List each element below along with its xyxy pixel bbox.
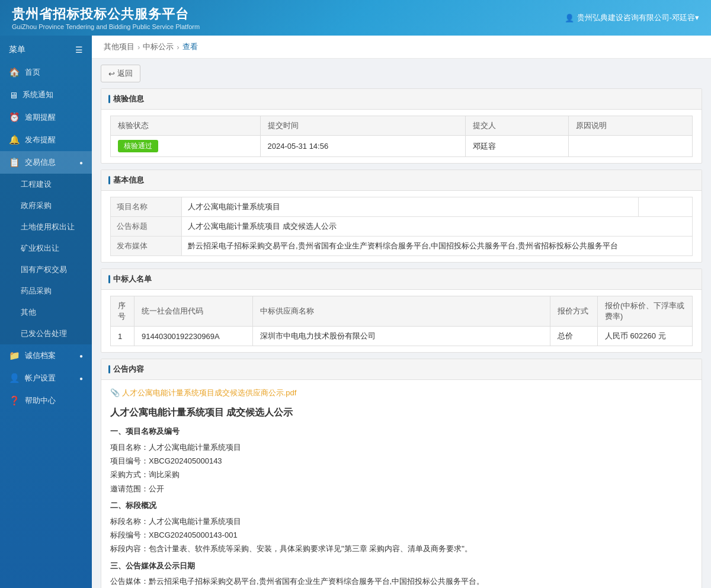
table-row: 核验通过 2024-05-31 14:56 邓廷容 <box>111 136 693 157</box>
verify-col-reason: 原因说明 <box>568 116 692 136</box>
bid-winner-body: 序号 统一社会信用代码 中标供应商名称 报价方式 报价(中标价、下浮率或费率) … <box>101 290 702 352</box>
question-icon: ❓ <box>9 395 20 406</box>
sidebar-sub-item-land-use[interactable]: 土地使用权出让 <box>0 216 92 238</box>
main-content: 其他项目 › 中标公示 › 查看 ↩ 返回 核验信息 <box>92 36 711 588</box>
announce-line: 项目名称：人才公寓电能计量系统项目 <box>110 440 693 454</box>
bid-winner-title: 中标人名单 <box>113 274 152 285</box>
sidebar-sub-item-state-property[interactable]: 国有产权交易 <box>0 259 92 280</box>
announce-body-1: 项目名称：人才公寓电能计量系统项目 项目编号：XBCG202405000143 … <box>110 440 693 496</box>
sidebar-item-publish-remind[interactable]: 🔔 发布提醒 <box>0 129 92 151</box>
bid-winner-section-header: 中标人名单 <box>101 269 702 290</box>
field-label-project-name: 项目名称 <box>111 197 182 217</box>
verify-reason-cell <box>568 136 692 157</box>
bid-price-type-cell: 总价 <box>550 327 598 346</box>
verify-col-submit-time: 提交时间 <box>260 116 466 136</box>
sidebar-sub-item-medicine[interactable]: 药品采购 <box>0 280 92 302</box>
bid-col-credit-code: 统一社会信用代码 <box>134 296 253 327</box>
user-icon: 👤 <box>565 14 574 23</box>
sidebar-sub-item-other[interactable]: 其他 <box>0 302 92 323</box>
verify-col-submitter: 提交人 <box>466 116 569 136</box>
bid-col-no: 序号 <box>111 296 134 327</box>
field-label-publish-media: 发布媒体 <box>111 237 182 256</box>
sidebar-item-label: 诚信档案 <box>25 350 56 361</box>
user-name: 贵州弘典建设咨询有限公司-邓廷容▾ <box>577 12 699 23</box>
bid-winner-table: 序号 统一社会信用代码 中标供应商名称 报价方式 报价(中标价、下浮率或费率) … <box>110 296 693 346</box>
expand-icon: ● <box>79 353 83 359</box>
bell-icon: 🔔 <box>9 135 20 145</box>
breadcrumb-sep-2: › <box>177 43 179 52</box>
sidebar-item-credit-file[interactable]: 📁 诚信档案 ● <box>0 344 92 367</box>
sidebar-sub-item-govt-purchase[interactable]: 政府采购 <box>0 195 92 216</box>
bid-col-price: 报价(中标价、下浮率或费率) <box>598 296 693 327</box>
verify-section-title: 核验信息 <box>113 94 144 104</box>
clipboard-icon: 📋 <box>9 157 20 168</box>
back-button[interactable]: ↩ 返回 <box>101 65 140 82</box>
announcement-content-title: 人才公寓电能计量系统项目 成交候选人公示 <box>110 404 693 421</box>
field-value-project-name: 人才公寓电能计量系统项目 <box>182 197 639 217</box>
announce-heading-2: 二、标段概况 <box>110 498 693 512</box>
verify-section-body: 核验状态 提交时间 提交人 原因说明 核验通过 2024 <box>101 110 702 163</box>
verify-section-header: 核验信息 <box>101 89 702 110</box>
verify-section: 核验信息 核验状态 提交时间 提交人 原因说明 <box>101 88 702 164</box>
sidebar-item-label: 帐户设置 <box>25 373 56 384</box>
sidebar-item-home[interactable]: 🏠 首页 <box>0 61 92 84</box>
header-branding: 贵州省招标投标公共服务平台 GuiZhou Province Tendering… <box>12 5 200 30</box>
announcement-section: 公告内容 📎 人才公寓电能计量系统项目成交候选供应商公示.pdf 人才公寓电能计… <box>101 359 702 588</box>
verify-submitter-cell: 邓廷容 <box>466 136 569 157</box>
header-user[interactable]: 👤 贵州弘典建设咨询有限公司-邓廷容▾ <box>565 12 699 23</box>
person-icon: 👤 <box>9 373 20 384</box>
bid-credit-code-cell: 91440300192230969A <box>134 327 253 346</box>
sidebar-item-label: 系统通知 <box>23 90 53 100</box>
announce-line: 标段名称：人才公寓电能计量系统项目 <box>110 514 693 528</box>
expand-icon: ● <box>79 159 83 166</box>
announcement-content: 📎 人才公寓电能计量系统项目成交候选供应商公示.pdf 人才公寓电能计量系统项目… <box>101 380 702 588</box>
back-arrow-icon: ↩ <box>108 69 115 78</box>
pdf-link[interactable]: 📎 人才公寓电能计量系统项目成交候选供应商公示.pdf <box>110 386 693 400</box>
sidebar-sub-item-engineering[interactable]: 工程建设 <box>0 174 92 195</box>
status-badge: 核验通过 <box>118 140 158 152</box>
header-subtitle: GuiZhou Province Tendering and Bidding P… <box>12 23 200 30</box>
sidebar-item-account-settings[interactable]: 👤 帐户设置 ● <box>0 367 92 389</box>
announcement-title: 公告内容 <box>113 364 144 375</box>
expand-icon: ● <box>79 375 83 382</box>
sidebar-item-label: 帮助中心 <box>25 395 56 406</box>
sidebar-menu-header: 菜单 ☰ <box>0 39 92 61</box>
sidebar-item-label: 逾期提醒 <box>25 112 56 123</box>
sidebar-item-overdue-remind[interactable]: ⏰ 逾期提醒 <box>0 106 92 129</box>
menu-label: 菜单 <box>9 44 25 55</box>
table-row: 1 91440300192230969A 深圳市中电电力技术股份有限公司 总价 … <box>111 327 693 346</box>
table-row: 发布媒体 黔云招采电子招标采购交易平台,贵州省国有企业生产资料综合服务平台,中国… <box>111 237 693 256</box>
verify-col-status: 核验状态 <box>111 116 261 136</box>
clock-icon: ⏰ <box>9 112 20 123</box>
bid-winner-section: 中标人名单 序号 统一社会信用代码 中标供应商名称 报价方式 报价(中标价、下浮… <box>101 269 702 353</box>
field-value-publish-media: 黔云招采电子招标采购交易平台,贵州省国有企业生产资料综合服务平台,中国招投标公共… <box>182 237 693 256</box>
table-row: 项目名称 人才公寓电能计量系统项目 <box>111 197 693 217</box>
table-row: 公告标题 人才公寓电能计量系统项目 成交候选人公示 <box>111 217 693 237</box>
announce-body-2: 标段名称：人才公寓电能计量系统项目 标段编号：XBCG202405000143-… <box>110 514 693 556</box>
pdf-icon: 📎 <box>110 388 120 397</box>
announce-line: 项目编号：XBCG202405000143 <box>110 454 693 468</box>
menu-hamburger-icon[interactable]: ☰ <box>75 45 83 55</box>
announce-line: 采购方式：询比采购 <box>110 468 693 481</box>
announcement-section-header: 公告内容 <box>101 359 702 380</box>
header-title: 贵州省招标投标公共服务平台 <box>12 5 200 23</box>
basic-info-title: 基本信息 <box>113 175 144 186</box>
sidebar-item-label: 首页 <box>25 67 40 78</box>
breadcrumb-other-project[interactable]: 其他项目 <box>104 41 134 52</box>
bid-no-cell: 1 <box>111 327 134 346</box>
sidebar-item-system-notice[interactable]: 🖥 系统通知 <box>0 84 92 106</box>
field-label-announcement-title: 公告标题 <box>111 217 182 237</box>
breadcrumb-bid-announcement[interactable]: 中标公示 <box>143 41 174 52</box>
bid-supplier-cell: 深圳市中电电力技术股份有限公司 <box>253 327 550 346</box>
verify-table: 核验状态 提交时间 提交人 原因说明 核验通过 2024 <box>110 116 693 157</box>
verify-submit-time-cell: 2024-05-31 14:56 <box>260 136 466 157</box>
sidebar-sub-item-published-notice[interactable]: 已发公告处理 <box>0 323 92 344</box>
folder-icon: 📁 <box>9 350 20 361</box>
verify-status-cell: 核验通过 <box>111 136 261 157</box>
sidebar-item-transaction-info[interactable]: 📋 交易信息 ● <box>0 151 92 174</box>
basic-info-section-header: 基本信息 <box>101 170 702 191</box>
bid-price-cell: 人民币 602260 元 <box>598 327 693 346</box>
announce-line: 标段内容：包含计量表、软件系统等采购、安装，具体采购要求详见"第三章 采购内容、… <box>110 542 693 555</box>
sidebar-item-help-center[interactable]: ❓ 帮助中心 <box>0 389 92 412</box>
sidebar-sub-item-mining[interactable]: 矿业权出让 <box>0 238 92 259</box>
